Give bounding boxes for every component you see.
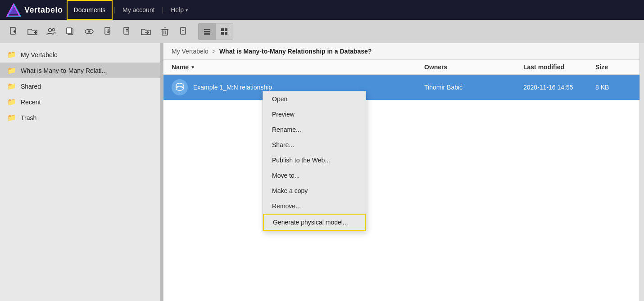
- import-button[interactable]: [100, 23, 116, 40]
- sidebar-item-what-is-many-label: What is Many-to-Many Relati...: [21, 67, 107, 74]
- nav-documents[interactable]: Documents: [67, 0, 113, 20]
- nav-separator-1: |: [113, 0, 116, 20]
- context-menu: Open Preview Rename... Share... Publish …: [263, 91, 366, 231]
- file-size: 8 KB: [595, 84, 631, 91]
- preview-button[interactable]: [81, 23, 97, 40]
- grid-view-button[interactable]: [216, 23, 233, 40]
- move-folder-icon: [141, 27, 151, 36]
- column-name-label: Name: [172, 63, 189, 71]
- folder-icon-recent: 📁: [7, 98, 16, 106]
- context-menu-remove[interactable]: Remove...: [263, 198, 366, 214]
- sidebar-item-trash-label: Trash: [21, 114, 36, 121]
- toolbar: [0, 20, 644, 43]
- sidebar-item-trash[interactable]: 📁 Trash: [0, 110, 163, 126]
- delete-button[interactable]: [157, 23, 173, 40]
- download-button[interactable]: [176, 23, 192, 40]
- svg-rect-16: [124, 27, 129, 34]
- vertabelo-logo-icon: [5, 2, 22, 18]
- file-owner: Tihomir Babić: [424, 84, 523, 91]
- context-menu-publish[interactable]: Publish to the Web...: [263, 153, 366, 168]
- file-type-icon: [172, 79, 188, 95]
- column-size-header[interactable]: Size: [595, 63, 631, 71]
- view-toggle-group: [198, 23, 233, 40]
- nav-separator-2: |: [161, 0, 165, 20]
- context-menu-share[interactable]: Share...: [263, 137, 366, 153]
- context-menu-move-to[interactable]: Move to...: [263, 168, 366, 183]
- svg-rect-27: [204, 31, 210, 32]
- right-scrollbar[interactable]: [639, 43, 644, 301]
- new-folder-button[interactable]: [24, 23, 41, 40]
- file-name: Example 1_M:N relationship: [193, 84, 424, 91]
- context-menu-open[interactable]: Open: [263, 91, 366, 107]
- logo-text: Vertabelo: [24, 5, 63, 15]
- table-body: Example 1_M:N relationship Tihomir Babić…: [163, 75, 639, 100]
- breadcrumb-separator: >: [212, 48, 216, 55]
- trash-icon: [160, 27, 169, 36]
- column-name-header[interactable]: Name ▼: [172, 63, 424, 71]
- logo: Vertabelo: [5, 2, 63, 18]
- svg-point-33: [176, 83, 183, 87]
- svg-rect-30: [225, 28, 227, 31]
- list-view-icon: [203, 27, 211, 36]
- column-size-label: Size: [595, 63, 608, 71]
- folder-icon-active: 📁: [7, 66, 16, 75]
- eye-icon: [84, 27, 94, 36]
- svg-point-13: [88, 30, 91, 32]
- content-area: My Vertabelo > What is Many-to-Many Rela…: [163, 43, 639, 301]
- sidebar-item-recent[interactable]: 📁 Recent: [0, 94, 163, 110]
- copy-button[interactable]: [62, 23, 78, 40]
- column-modified-label: Last modified: [523, 63, 564, 71]
- svg-rect-19: [162, 29, 168, 35]
- context-menu-make-copy[interactable]: Make a copy: [263, 183, 366, 198]
- svg-rect-26: [204, 29, 210, 30]
- sidebar-item-my-vertabelo[interactable]: 📁 My Vertabelo: [0, 47, 163, 63]
- svg-rect-32: [225, 32, 227, 35]
- breadcrumb-root[interactable]: My Vertabelo: [172, 48, 209, 55]
- grid-view-icon: [220, 27, 228, 36]
- svg-point-36: [176, 87, 183, 90]
- nav-my-account[interactable]: My account: [116, 0, 161, 20]
- svg-rect-29: [221, 28, 224, 31]
- database-schema-icon: [175, 82, 185, 92]
- sidebar-item-shared-label: Shared: [21, 83, 41, 90]
- table-row[interactable]: Example 1_M:N relationship Tihomir Babić…: [163, 75, 639, 100]
- folder-icon-trash: 📁: [7, 113, 16, 122]
- nav-help[interactable]: Help ▾: [164, 0, 194, 20]
- sidebar: 📁 My Vertabelo 📁 What is Many-to-Many Re…: [0, 43, 163, 301]
- context-menu-generate-physical[interactable]: Generate physical model...: [263, 214, 366, 231]
- breadcrumb-current: What is Many-to-Many Relationship in a D…: [219, 48, 372, 55]
- new-doc-button[interactable]: [5, 23, 22, 40]
- new-doc-icon: [9, 27, 18, 36]
- column-owners-header[interactable]: Owners: [424, 63, 523, 71]
- main-layout: 📁 My Vertabelo 📁 What is Many-to-Many Re…: [0, 43, 644, 301]
- sidebar-resize-handle[interactable]: [160, 43, 163, 301]
- share-people-icon: [46, 27, 56, 36]
- column-modified-header[interactable]: Last modified: [523, 63, 595, 71]
- sort-arrow-icon: ▼: [190, 65, 195, 70]
- svg-rect-14: [105, 27, 110, 34]
- download-icon: [179, 27, 188, 36]
- nav-help-dropdown-icon: ▾: [186, 8, 188, 13]
- share-button[interactable]: [43, 23, 59, 40]
- nav-help-label: Help: [171, 6, 184, 13]
- export-icon: [122, 27, 132, 36]
- sidebar-item-what-is-many[interactable]: 📁 What is Many-to-Many Relati...: [0, 63, 163, 78]
- export-button[interactable]: [119, 23, 135, 40]
- sidebar-item-recent-label: Recent: [21, 99, 41, 106]
- svg-rect-11: [67, 28, 72, 34]
- context-menu-rename[interactable]: Rename...: [263, 122, 366, 137]
- new-folder-icon: [27, 27, 37, 36]
- breadcrumb: My Vertabelo > What is Many-to-Many Rela…: [163, 43, 639, 60]
- svg-rect-31: [221, 32, 224, 35]
- svg-rect-28: [204, 33, 210, 35]
- folder-icon: 📁: [7, 50, 16, 59]
- file-modified: 2020-11-16 14:55: [523, 84, 595, 91]
- sidebar-item-shared[interactable]: 📁 Shared: [0, 78, 163, 94]
- context-menu-preview[interactable]: Preview: [263, 107, 366, 122]
- svg-point-8: [49, 28, 52, 31]
- folder-icon-shared: 📁: [7, 82, 16, 90]
- list-view-button[interactable]: [199, 23, 216, 40]
- sidebar-item-my-vertabelo-label: My Vertabelo: [21, 51, 58, 58]
- move-button[interactable]: [138, 23, 154, 40]
- column-owners-label: Owners: [424, 63, 447, 71]
